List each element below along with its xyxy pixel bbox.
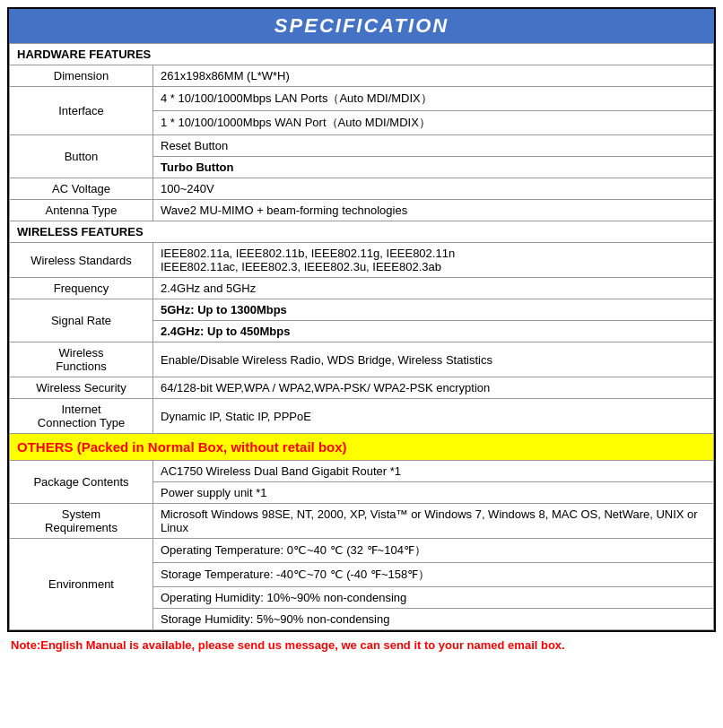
package-contents-label: Package Contents [10, 461, 153, 504]
table-row: Interface 4 * 10/100/1000Mbps LAN Ports（… [10, 87, 714, 111]
environment-value-2: Storage Temperature: -40℃~70 ℃ (-40 ℉~15… [153, 563, 714, 587]
signal-rate-5ghz: 5GHz: Up to 1300Mbps [153, 299, 714, 321]
wireless-header-row: WIRELESS FEATURES [10, 221, 714, 243]
wireless-functions-value: Enable/Disable Wireless Radio, WDS Bridg… [153, 342, 714, 377]
package-contents-value-2: Power supply unit *1 [153, 482, 714, 504]
interface-value-1: 4 * 10/100/1000Mbps LAN Ports（Auto MDI/M… [153, 87, 714, 111]
package-contents-value-1: AC1750 Wireless Dual Band Gigabit Router… [153, 461, 714, 482]
note-text: Note:English Manual is available, please… [11, 638, 565, 652]
others-header-row: OTHERS (Packed in Normal Box, without re… [10, 434, 714, 461]
wireless-security-label: Wireless Security [10, 377, 153, 399]
antenna-type-value: Wave2 MU-MIMO + beam-forming technologie… [153, 200, 714, 221]
table-row: Dimension 261x198x86MM (L*W*H) [10, 65, 714, 87]
ac-voltage-label: AC Voltage [10, 178, 153, 200]
dimension-label: Dimension [10, 65, 153, 87]
antenna-type-label: Antenna Type [10, 200, 153, 221]
spec-title: SPECIFICATION [9, 9, 714, 43]
note-section: Note:English Manual is available, please… [7, 632, 716, 654]
hardware-header: HARDWARE FEATURES [10, 44, 714, 65]
table-row: Antenna Type Wave2 MU-MIMO + beam-formin… [10, 200, 714, 221]
table-row: Wireless Security 64/128-bit WEP,WPA / W… [10, 377, 714, 399]
connection-type-value: Dynamic IP, Static IP, PPPoE [153, 399, 714, 434]
hardware-header-row: HARDWARE FEATURES [10, 44, 714, 65]
wireless-standards-value: IEEE802.11a, IEEE802.11b, IEEE802.11g, I… [153, 243, 714, 278]
environment-label: Environment [10, 539, 153, 630]
environment-value-1: Operating Temperature: 0℃~40 ℃ (32 ℉~104… [153, 539, 714, 563]
frequency-value: 2.4GHz and 5GHz [153, 278, 714, 299]
button-label: Button [10, 135, 153, 178]
table-row: Button Reset Button [10, 135, 714, 157]
environment-value-4: Storage Humidity: 5%~90% non-condensing [153, 609, 714, 630]
spec-table: HARDWARE FEATURES Dimension 261x198x86MM… [9, 43, 714, 630]
table-row: Environment Operating Temperature: 0℃~40… [10, 539, 714, 563]
table-row: InternetConnection Type Dynamic IP, Stat… [10, 399, 714, 434]
connection-type-label: InternetConnection Type [10, 399, 153, 434]
frequency-label: Frequency [10, 278, 153, 299]
signal-rate-label: Signal Rate [10, 299, 153, 342]
table-row: Frequency 2.4GHz and 5GHz [10, 278, 714, 299]
interface-label: Interface [10, 87, 153, 135]
wireless-standards-label: Wireless Standards [10, 243, 153, 278]
button-value-2: Turbo Button [153, 157, 714, 178]
spec-container: SPECIFICATION HARDWARE FEATURES Dimensio… [7, 7, 716, 632]
table-row: Signal Rate 5GHz: Up to 1300Mbps [10, 299, 714, 321]
signal-rate-24ghz: 2.4GHz: Up to 450Mbps [153, 321, 714, 342]
others-header: OTHERS (Packed in Normal Box, without re… [10, 434, 714, 461]
table-row: Wireless Standards IEEE802.11a, IEEE802.… [10, 243, 714, 278]
dimension-value: 261x198x86MM (L*W*H) [153, 65, 714, 87]
system-req-value: Microsoft Windows 98SE, NT, 2000, XP, Vi… [153, 504, 714, 539]
button-value-1: Reset Button [153, 135, 714, 157]
wireless-security-value: 64/128-bit WEP,WPA / WPA2,WPA-PSK/ WPA2-… [153, 377, 714, 399]
wireless-functions-label: WirelessFunctions [10, 342, 153, 377]
table-row: Package Contents AC1750 Wireless Dual Ba… [10, 461, 714, 482]
ac-voltage-value: 100~240V [153, 178, 714, 200]
system-req-label: SystemRequirements [10, 504, 153, 539]
wireless-header: WIRELESS FEATURES [10, 221, 714, 243]
table-row: AC Voltage 100~240V [10, 178, 714, 200]
environment-value-3: Operating Humidity: 10%~90% non-condensi… [153, 587, 714, 609]
table-row: WirelessFunctions Enable/Disable Wireles… [10, 342, 714, 377]
table-row: SystemRequirements Microsoft Windows 98S… [10, 504, 714, 539]
interface-value-2: 1 * 10/100/1000Mbps WAN Port（Auto MDI/MD… [153, 111, 714, 135]
